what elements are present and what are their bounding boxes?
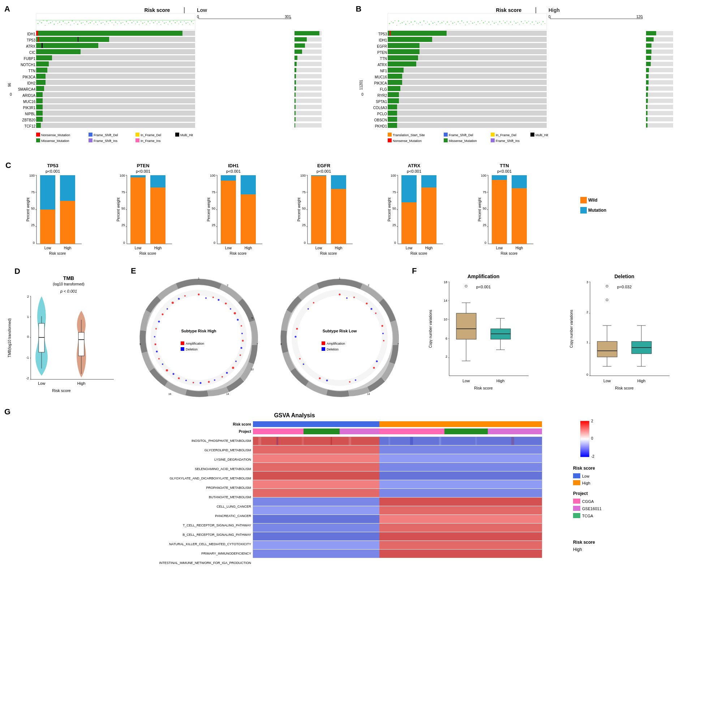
svg-point-62: [141, 21, 141, 22]
svg-point-251: [452, 23, 453, 24]
svg-rect-768: [379, 498, 542, 506]
svg-rect-728: [253, 421, 379, 427]
svg-text:Subtype Risk High: Subtype Risk High: [181, 329, 216, 333]
svg-point-589: [239, 354, 241, 356]
svg-rect-540: [492, 180, 507, 244]
svg-text:ATRX: ATRX: [408, 163, 421, 168]
svg-text:SELENOAMINO_ACID_METABOLISM: SELENOAMINO_ACID_METABOLISM: [195, 467, 251, 471]
panel-g-legend-svg: 2 0 -2 Risk score Low High Project CGGA …: [569, 414, 707, 587]
svg-point-291: [525, 21, 525, 21]
svg-rect-732: [304, 429, 340, 434]
svg-rect-784: [331, 437, 332, 445]
svg-point-250: [450, 21, 451, 22]
svg-point-283: [510, 22, 511, 23]
svg-rect-785: [349, 437, 351, 445]
svg-text:LYSINE_DEGRADATION: LYSINE_DEGRADATION: [214, 458, 251, 461]
svg-text:75: 75: [392, 191, 396, 194]
svg-text:100: 100: [390, 174, 396, 178]
svg-text:25: 25: [31, 223, 35, 227]
svg-rect-780: [379, 549, 542, 558]
svg-text:1: 1: [27, 315, 29, 318]
svg-rect-177: [36, 110, 43, 116]
svg-text:Frame_Shift_Del: Frame_Shift_Del: [94, 133, 118, 137]
svg-point-646: [313, 302, 314, 304]
svg-rect-437: [60, 201, 75, 244]
svg-point-239: [431, 21, 431, 22]
svg-point-240: [432, 23, 433, 24]
svg-point-45: [110, 21, 111, 22]
svg-rect-412: [444, 138, 448, 142]
svg-text:25: 25: [483, 223, 486, 227]
svg-text:Low: Low: [44, 246, 51, 250]
svg-text:Project: Project: [573, 491, 588, 496]
svg-text:Amplification: Amplification: [186, 342, 204, 345]
svg-rect-771: [253, 515, 379, 523]
svg-text:p<0.001: p<0.001: [226, 169, 241, 173]
svg-point-229: [413, 24, 413, 25]
svg-point-246: [443, 21, 444, 22]
svg-text:Missense_Mutation: Missense_Mutation: [41, 139, 69, 143]
svg-rect-338: [388, 62, 416, 66]
svg-point-88: [188, 22, 188, 23]
svg-point-715: [606, 299, 608, 301]
svg-rect-401: [646, 123, 647, 128]
svg-point-302: [544, 23, 545, 24]
svg-point-91: [193, 23, 194, 24]
svg-rect-797: [573, 473, 580, 478]
svg-point-296: [534, 24, 534, 25]
svg-rect-759: [253, 463, 379, 471]
svg-rect-521: [421, 188, 436, 244]
svg-point-56: [130, 20, 131, 21]
svg-point-10: [47, 21, 48, 22]
svg-rect-402: [388, 133, 392, 136]
svg-rect-320: [388, 43, 420, 48]
svg-point-590: [232, 367, 234, 369]
svg-point-651: [355, 379, 356, 381]
svg-rect-349: [388, 74, 547, 79]
svg-point-585: [225, 303, 227, 305]
svg-text:2: 2: [227, 284, 228, 286]
svg-text:TTN: TTN: [29, 69, 35, 73]
svg-text:TP53: TP53: [47, 163, 58, 168]
svg-rect-398: [388, 123, 397, 128]
svg-rect-773: [253, 524, 379, 532]
svg-point-238: [428, 24, 430, 25]
panel-g-legend: 2 0 -2 Risk score Low High Project CGGA …: [566, 407, 706, 584]
svg-rect-368: [388, 92, 399, 97]
svg-text:0: 0: [591, 436, 593, 440]
svg-rect-501: [331, 175, 346, 189]
svg-rect-117: [36, 49, 81, 54]
svg-point-287: [518, 22, 518, 23]
svg-rect-498: [311, 176, 326, 244]
svg-point-650: [376, 361, 378, 363]
svg-rect-765: [253, 489, 379, 497]
svg-point-41: [103, 22, 103, 23]
svg-text:96: 96: [7, 83, 12, 87]
panel-d-svg: D TMB (log10 transformed) p < 0.001 2 1 …: [6, 267, 132, 405]
svg-point-642: [349, 381, 351, 383]
svg-text:TCGA: TCGA: [582, 514, 593, 518]
svg-point-265: [477, 21, 478, 22]
svg-point-640: [383, 340, 384, 341]
svg-text:PANCREATIC_CANCER: PANCREATIC_CANCER: [215, 514, 251, 518]
svg-point-600: [172, 302, 174, 304]
svg-point-79: [171, 23, 172, 24]
svg-text:T_CELL_RECEPTOR_SIGNALING_PATH: T_CELL_RECEPTOR_SIGNALING_PATHWAY: [183, 524, 251, 527]
svg-rect-135: [36, 68, 47, 73]
svg-point-85: [182, 24, 183, 25]
svg-point-73: [160, 24, 161, 25]
svg-point-58: [133, 21, 134, 22]
svg-rect-332: [388, 55, 418, 60]
panel-a-axis-max: 301: [285, 15, 291, 19]
svg-text:100: 100: [300, 174, 306, 178]
svg-rect-114: [295, 43, 305, 48]
svg-text:p<0.001: p<0.001: [317, 169, 331, 173]
svg-rect-763: [253, 480, 379, 489]
svg-point-599: [162, 314, 164, 316]
svg-rect-388: [646, 111, 673, 115]
svg-rect-806: [573, 513, 580, 518]
svg-rect-457: [131, 175, 145, 178]
svg-point-234: [422, 25, 422, 25]
svg-text:Low: Low: [462, 379, 470, 383]
svg-rect-400: [646, 123, 673, 128]
